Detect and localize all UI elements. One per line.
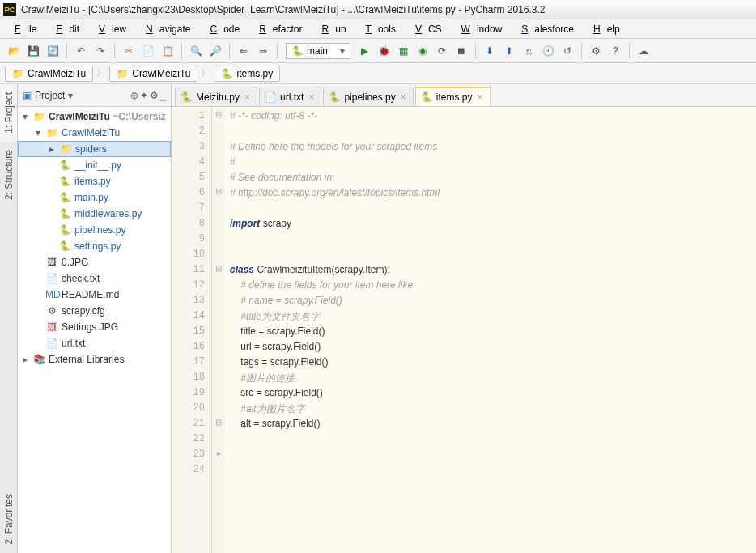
menu-window[interactable]: Window [448, 22, 509, 36]
tree-node[interactable]: MDREADME.md [18, 287, 171, 303]
tree-node[interactable]: ▸📁spiders [18, 141, 171, 157]
fold-marker[interactable] [212, 384, 225, 399]
code-line[interactable]: # define the fields for your item here l… [230, 279, 751, 295]
fold-marker[interactable] [212, 245, 225, 261]
settings-icon[interactable]: ⚙ [587, 42, 605, 60]
menu-navigate[interactable]: Navigate [133, 22, 197, 36]
menu-file[interactable]: File [2, 22, 43, 36]
copy-icon[interactable]: 📄 [139, 42, 157, 60]
fold-marker[interactable]: ⊟ [212, 261, 225, 276]
fold-marker[interactable] [212, 153, 225, 168]
code-line[interactable]: #title为文件夹名字 [230, 310, 751, 325]
tree-node[interactable]: ▸📚External Libraries [18, 351, 171, 368]
fold-marker[interactable] [212, 138, 225, 153]
breadcrumb-item[interactable]: 🐍items.py [214, 66, 280, 82]
menu-refactor[interactable]: Refactor [246, 22, 308, 36]
fold-marker[interactable] [212, 368, 225, 384]
project-tree[interactable]: ▾📁CrawlMeiziTu ~C:\Users\z▾📁CrawlMeiziTu… [18, 107, 171, 553]
cut-icon[interactable]: ✂ [120, 42, 138, 60]
fold-marker[interactable] [212, 338, 225, 353]
fold-marker[interactable] [212, 276, 225, 291]
code-line[interactable] [230, 125, 751, 141]
tab-url-txt[interactable]: 📄url.txt× [259, 87, 321, 106]
fold-marker[interactable] [212, 307, 225, 322]
expand-icon[interactable]: ▾ [36, 127, 45, 138]
code-line[interactable] [230, 249, 751, 264]
fold-marker[interactable] [212, 353, 225, 368]
code-line[interactable] [230, 433, 751, 449]
scroll-icon[interactable]: ⊕ [130, 90, 138, 101]
fold-marker[interactable] [212, 291, 225, 307]
tree-node[interactable]: ▾📁CrawlMeiziTu [18, 125, 171, 141]
code-line[interactable]: # -*- coding: utf-8 -*- [230, 110, 751, 125]
hide-icon[interactable]: ⎯ [160, 90, 166, 101]
find-icon[interactable]: 🔍 [187, 42, 205, 60]
vcs-diff-icon[interactable]: ⎌ [520, 42, 537, 60]
open-icon[interactable]: 📂 [5, 42, 23, 60]
code-text[interactable]: # -*- coding: utf-8 -*-# Define here the… [225, 107, 756, 553]
forward-icon[interactable]: ⇒ [254, 42, 272, 60]
code-line[interactable]: # See documentation in: [230, 172, 751, 187]
fold-marker[interactable] [212, 399, 225, 415]
tree-node[interactable]: 📄check.txt [18, 270, 171, 287]
code-line[interactable]: import scrapy [230, 218, 751, 233]
profile-icon[interactable]: ◉ [414, 42, 431, 60]
coverage-icon[interactable]: ▦ [394, 42, 412, 60]
rerun-icon[interactable]: ⟳ [433, 42, 451, 60]
tab-pipelines-py[interactable]: 🐍pipelines.py× [323, 87, 413, 106]
menu-salesforce[interactable]: Salesforce [508, 22, 580, 36]
fold-marker[interactable]: ⊟ [212, 107, 225, 122]
stop-icon[interactable]: ⏹ [452, 42, 470, 60]
fold-marker[interactable]: ⊟ [212, 415, 225, 430]
fold-marker[interactable] [212, 199, 225, 215]
tree-node[interactable]: 🐍middlewares.py [18, 206, 171, 222]
code-line[interactable] [230, 202, 751, 218]
tree-node[interactable]: 🐍settings.py [18, 238, 171, 254]
code-line[interactable]: #图片的连接 [230, 372, 751, 387]
fold-marker[interactable] [212, 430, 225, 445]
breadcrumb-item[interactable]: 📁CrawlMeiziTu [109, 66, 197, 82]
code-line[interactable]: # Define here the models for your scrape… [230, 141, 751, 156]
salesforce-icon[interactable]: ☁ [635, 42, 652, 60]
save-icon[interactable]: 💾 [24, 42, 42, 60]
sync-icon[interactable]: 🔄 [44, 42, 62, 60]
tree-node[interactable]: 🖼0.JPG [18, 254, 171, 270]
tree-node[interactable]: ⚙scrapy.cfg [18, 303, 171, 319]
tree-node[interactable]: 🐍items.py [18, 173, 171, 189]
vcs-history-icon[interactable]: 🕘 [539, 42, 557, 60]
code-line[interactable]: src = scrapy.Field() [230, 387, 751, 402]
code-line[interactable] [230, 464, 751, 479]
menu-code[interactable]: Code [197, 22, 246, 36]
fold-marker[interactable]: ▸ [212, 445, 225, 461]
vcs-commit-icon[interactable]: ⬆ [500, 42, 518, 60]
tree-node[interactable]: 🐍__init__.py [18, 157, 171, 173]
tool-project[interactable]: 1: Project [0, 84, 17, 142]
breadcrumb-item[interactable]: 📁CrawlMeiziTu [5, 66, 93, 82]
undo-icon[interactable]: ↶ [72, 42, 90, 60]
fold-marker[interactable] [212, 215, 225, 230]
menu-help[interactable]: Help [580, 22, 626, 36]
tree-node[interactable]: 🐍main.py [18, 189, 171, 206]
expand-icon[interactable]: ▸ [49, 143, 59, 155]
tree-node[interactable]: 📄url.txt [18, 335, 171, 351]
tree-node[interactable]: ▾📁CrawlMeiziTu ~C:\Users\z [18, 108, 171, 125]
collapse-icon[interactable]: ✦ [140, 90, 148, 101]
tool-structure[interactable]: 2: Structure [0, 142, 17, 208]
code-line[interactable]: alt = scrapy.Field() [230, 418, 751, 433]
code-line[interactable]: url = scrapy.Field() [230, 341, 751, 356]
code-editor[interactable]: 123456789101112131415161718192021222324 … [172, 107, 756, 553]
fold-marker[interactable] [212, 461, 225, 476]
code-line[interactable] [230, 449, 751, 464]
close-icon[interactable]: × [243, 91, 252, 103]
vcs-revert-icon[interactable]: ↺ [559, 42, 576, 60]
code-line[interactable]: title = scrapy.Field() [230, 325, 751, 341]
dropdown-arrow-icon[interactable]: ▾ [68, 90, 73, 101]
menu-edit[interactable]: Edit [43, 22, 86, 36]
run-icon[interactable]: ▶ [355, 42, 373, 60]
fold-marker[interactable] [212, 230, 225, 245]
back-icon[interactable]: ⇐ [235, 42, 253, 60]
tab-items-py[interactable]: 🐍items.py× [415, 87, 491, 106]
menu-tools[interactable]: Tools [353, 22, 402, 36]
code-line[interactable]: # name = scrapy.Field() [230, 295, 751, 310]
gear-icon[interactable]: ⚙ [150, 90, 159, 101]
